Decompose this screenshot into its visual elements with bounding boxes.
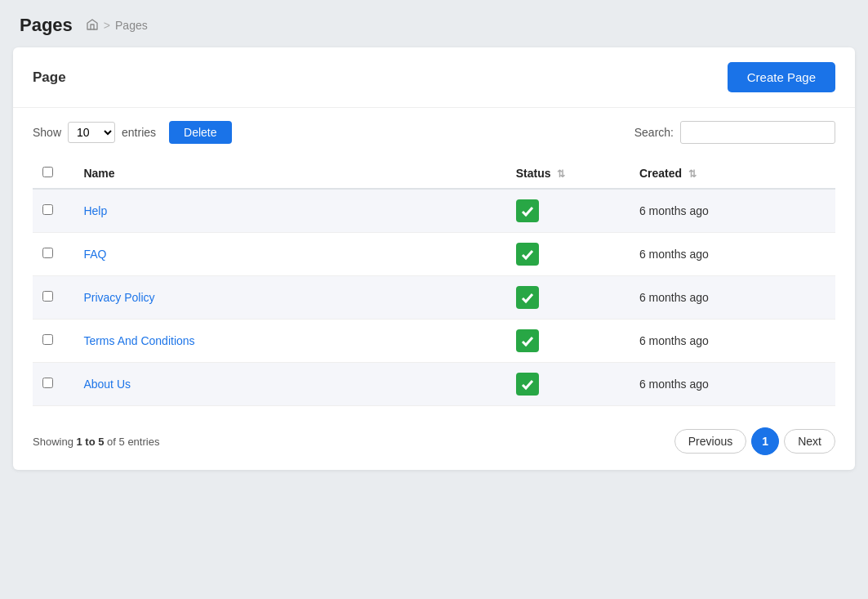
showing-suffix: of 5 entries (107, 436, 159, 448)
showing-prefix: Showing (33, 436, 73, 448)
row-status (506, 320, 630, 363)
show-label: Show (33, 126, 61, 139)
table-row: Help 6 months ago (33, 189, 835, 233)
page-title: Pages (20, 15, 73, 36)
row-status (506, 233, 630, 276)
breadcrumb-separator: > (104, 19, 110, 32)
status-check-icon (516, 373, 539, 396)
pagination-row: Showing 1 to 5 of 5 entries Previous 1 N… (13, 419, 855, 470)
row-checkbox[interactable] (42, 378, 53, 388)
search-input[interactable] (680, 121, 835, 144)
table-body: Help 6 months ago FAQ 6 months ago (33, 189, 835, 406)
card-label: Page (33, 69, 66, 86)
status-check-icon (516, 243, 539, 266)
row-checkbox[interactable] (42, 334, 53, 345)
status-sort-icon[interactable]: ⇅ (557, 168, 565, 180)
table-controls: Show 10 25 50 100 entries Delete Search: (13, 108, 855, 150)
show-entries-control: Show 10 25 50 100 entries Delete (33, 121, 232, 144)
row-created: 6 months ago (630, 276, 835, 320)
row-created: 6 months ago (630, 363, 835, 406)
showing-range: 1 to 5 (77, 436, 105, 448)
table-row: FAQ 6 months ago (33, 233, 835, 276)
pagination-buttons: Previous 1 Next (674, 427, 835, 455)
previous-button[interactable]: Previous (674, 429, 746, 454)
create-page-button[interactable]: Create Page (728, 62, 835, 92)
pages-table: Name Status ⇅ Created ⇅ Help (33, 159, 835, 406)
breadcrumb-home-icon (86, 18, 99, 34)
breadcrumb: > Pages (86, 18, 148, 34)
row-checkbox-cell (33, 233, 73, 276)
row-created: 6 months ago (630, 320, 835, 363)
th-status: Status ⇅ (506, 159, 630, 189)
delete-button[interactable]: Delete (169, 121, 231, 144)
table-row: Terms And Conditions 6 months ago (33, 320, 835, 363)
table-wrap: Name Status ⇅ Created ⇅ Help (13, 159, 855, 419)
row-checkbox[interactable] (42, 248, 53, 258)
row-status (506, 189, 630, 233)
row-name[interactable]: Privacy Policy (73, 276, 505, 320)
status-check-icon (516, 286, 539, 309)
th-name: Name (73, 159, 505, 189)
row-checkbox-cell (33, 363, 73, 406)
created-sort-icon[interactable]: ⇅ (688, 168, 697, 180)
row-checkbox-cell (33, 276, 73, 320)
row-checkbox[interactable] (42, 204, 53, 215)
table-row: About Us 6 months ago (33, 363, 835, 406)
card-top-bar: Page Create Page (13, 47, 855, 108)
entries-select[interactable]: 10 25 50 100 (68, 122, 115, 143)
th-checkbox (33, 159, 73, 189)
next-button[interactable]: Next (784, 429, 835, 454)
row-status (506, 363, 630, 406)
row-name[interactable]: About Us (73, 363, 505, 406)
status-check-icon (516, 329, 539, 352)
row-created: 6 months ago (630, 189, 835, 233)
row-status (506, 276, 630, 320)
page-header: Pages > Pages (0, 0, 868, 47)
th-created: Created ⇅ (630, 159, 835, 189)
search-bar: Search: (634, 121, 835, 144)
row-created: 6 months ago (630, 233, 835, 276)
search-label: Search: (634, 126, 674, 139)
current-page-button[interactable]: 1 (751, 427, 779, 455)
row-name[interactable]: Help (73, 189, 505, 233)
row-name[interactable]: FAQ (73, 233, 505, 276)
pagination-info: Showing 1 to 5 of 5 entries (33, 436, 159, 448)
entries-label: entries (122, 126, 156, 139)
row-checkbox[interactable] (42, 291, 53, 302)
table-row: Privacy Policy 6 months ago (33, 276, 835, 320)
row-checkbox-cell (33, 189, 73, 233)
breadcrumb-current: Pages (115, 19, 148, 32)
status-check-icon (516, 199, 539, 222)
row-checkbox-cell (33, 320, 73, 363)
row-name[interactable]: Terms And Conditions (73, 320, 505, 363)
main-card: Page Create Page Show 10 25 50 100 entri… (13, 47, 855, 470)
select-all-checkbox[interactable] (42, 167, 53, 177)
